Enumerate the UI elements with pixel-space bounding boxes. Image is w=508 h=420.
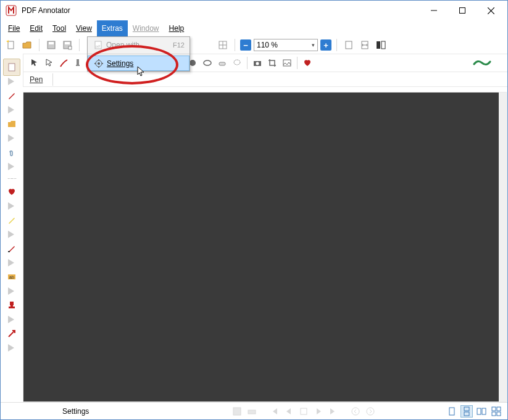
sidebar-expand-icon[interactable] (3, 77, 20, 86)
new-doc-button[interactable] (4, 38, 18, 52)
favorite-tool[interactable] (300, 56, 315, 70)
crop-tool[interactable] (265, 56, 280, 70)
sidebar-page-outline[interactable] (3, 59, 20, 76)
close-button[interactable] (477, 1, 505, 20)
svg-point-28 (256, 62, 259, 65)
menu-window[interactable]: Window (128, 20, 164, 36)
save-button[interactable] (44, 38, 58, 52)
extras-dropdown: pdf Open with ... F12 Settings (87, 36, 190, 72)
svg-rect-10 (65, 42, 70, 44)
svg-rect-36 (10, 305, 13, 307)
toolbar-separator (336, 39, 337, 51)
marker-tool[interactable] (72, 56, 86, 70)
two-page-button[interactable] (374, 38, 388, 52)
lasso-tool[interactable] (230, 56, 244, 70)
sidebar-stamp[interactable] (3, 297, 20, 314)
layout-continuous-button[interactable] (460, 405, 473, 418)
zoom-in-button[interactable]: + (320, 39, 331, 51)
sidebar-expand-icon[interactable] (3, 344, 20, 352)
svg-rect-22 (76, 65, 80, 66)
next-page-button[interactable] (312, 405, 325, 418)
svg-rect-25 (219, 62, 225, 65)
select-tool[interactable] (42, 56, 57, 70)
sidebar-expand-icon[interactable] (3, 162, 20, 171)
menu-file[interactable]: File (3, 20, 25, 36)
camera-tool[interactable] (250, 56, 265, 70)
pen-tool[interactable] (57, 56, 72, 70)
sidebar-pen-tool[interactable] (3, 87, 20, 104)
svg-rect-55 (492, 407, 496, 411)
sidebar-folder[interactable] (3, 115, 20, 133)
left-sidebar: ab (1, 55, 23, 402)
svg-text:pdf: pdf (96, 44, 101, 48)
first-page-button[interactable] (268, 405, 280, 418)
dropdown-caret-icon: ▾ (312, 42, 315, 48)
menu-item-open-with[interactable]: pdf Open with ... F12 (88, 37, 189, 52)
svg-marker-6 (6, 40, 9, 43)
window-controls (420, 1, 505, 20)
sidebar-expand-icon[interactable] (3, 287, 20, 295)
zoom-level-dropdown[interactable]: 110 % ▾ (254, 39, 318, 51)
vertical-scrollbar[interactable] (499, 93, 506, 401)
layout-single-button[interactable] (446, 405, 458, 418)
svg-rect-47 (301, 408, 307, 414)
status-save-icon[interactable] (231, 405, 243, 418)
nav-forward-button[interactable] (364, 405, 377, 418)
sidebar-favorite[interactable] (3, 183, 20, 200)
menu-tool[interactable]: Tool (48, 20, 71, 36)
menu-help[interactable]: Help (164, 20, 189, 36)
sidebar-expand-icon[interactable] (3, 105, 20, 114)
sidebar-expand-icon[interactable] (3, 134, 20, 142)
sidebar-expand-icon[interactable] (3, 315, 20, 324)
toolbar-separator (39, 39, 40, 51)
ellipse-tool[interactable] (200, 56, 215, 70)
menu-view[interactable]: View (71, 20, 97, 36)
zoom-out-button[interactable]: − (240, 39, 251, 51)
status-hint: Settings (62, 407, 161, 416)
nav-back-button[interactable] (349, 405, 362, 418)
layout-two-continuous-button[interactable] (490, 405, 502, 418)
save-as-button[interactable] (60, 38, 74, 52)
svg-rect-20 (381, 41, 385, 49)
menu-item-settings[interactable]: Settings (88, 56, 189, 71)
tool-name-label: Pen (23, 75, 49, 84)
prev-page-button[interactable] (283, 405, 295, 418)
fit-page-button[interactable] (342, 38, 356, 52)
sidebar-attachment[interactable] (3, 144, 20, 161)
sidebar-expand-icon[interactable] (3, 230, 20, 239)
menu-edit[interactable]: Edit (25, 20, 48, 36)
svg-rect-46 (248, 410, 256, 414)
image-tool[interactable] (280, 56, 294, 70)
last-page-button[interactable] (327, 405, 339, 418)
pointer-tool[interactable] (27, 56, 42, 70)
menu-extras[interactable]: Extras (97, 20, 128, 36)
status-layout-group (446, 405, 502, 418)
page-indicator[interactable] (298, 405, 310, 418)
open-button[interactable] (20, 38, 34, 52)
svg-rect-56 (497, 407, 501, 411)
gear-icon (91, 59, 107, 68)
sidebar-text-box[interactable]: ab (3, 268, 20, 286)
toolbar-separator (79, 39, 80, 51)
maximize-button[interactable] (448, 1, 477, 20)
grid-button[interactable] (216, 38, 230, 52)
svg-rect-54 (482, 408, 486, 414)
eraser-tool[interactable] (215, 56, 230, 70)
toolbar-separator (235, 39, 235, 51)
sidebar-expand-icon[interactable] (3, 202, 20, 210)
fit-width-button[interactable] (358, 38, 372, 52)
stroke-style-indicator[interactable] (460, 58, 504, 68)
sidebar-expand-icon[interactable] (3, 258, 20, 267)
document-canvas[interactable] (23, 93, 499, 401)
sidebar-arrow[interactable] (3, 325, 20, 342)
sidebar-highlight[interactable] (3, 212, 20, 229)
svg-rect-11 (69, 46, 72, 49)
zoom-value: 110 % (257, 41, 278, 49)
svg-rect-53 (477, 408, 481, 414)
main-toolbar: − 110 % ▾ + (1, 36, 507, 54)
sidebar-pencil[interactable] (3, 240, 20, 257)
menu-separator (88, 54, 189, 54)
status-print-icon[interactable] (246, 405, 258, 418)
layout-two-page-button[interactable] (475, 405, 488, 418)
minimize-button[interactable] (420, 1, 448, 20)
